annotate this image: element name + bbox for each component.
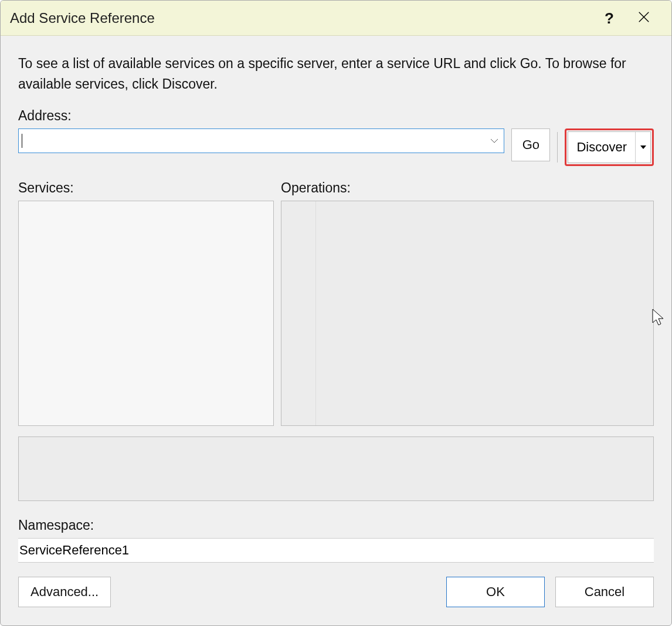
operations-label: Operations:	[281, 180, 654, 196]
text-caret	[22, 134, 22, 148]
address-row: Go Discover	[18, 128, 654, 166]
caret-down-icon	[640, 144, 646, 150]
namespace-input[interactable]	[18, 538, 654, 563]
address-combobox[interactable]	[18, 128, 504, 153]
add-service-reference-dialog: Add Service Reference ? To see a list of…	[0, 0, 672, 626]
address-label: Address:	[18, 108, 654, 124]
address-input[interactable]	[23, 134, 485, 148]
status-panel	[18, 436, 654, 501]
operations-listbox[interactable]	[281, 201, 654, 426]
discover-button-label[interactable]: Discover	[568, 132, 635, 163]
ok-button[interactable]: OK	[446, 577, 545, 607]
discover-highlight: Discover	[565, 128, 654, 166]
title-bar-controls: ?	[605, 11, 662, 26]
lists-labels-row: Services: Operations:	[18, 180, 654, 201]
help-button[interactable]: ?	[605, 11, 614, 26]
go-button[interactable]: Go	[511, 128, 550, 161]
close-icon	[637, 11, 650, 23]
lists-row	[18, 201, 654, 426]
cancel-button[interactable]: Cancel	[555, 577, 654, 607]
close-button[interactable]	[637, 11, 650, 26]
advanced-button[interactable]: Advanced...	[18, 577, 111, 607]
chevron-down-icon[interactable]	[490, 136, 499, 145]
discover-dropdown[interactable]	[635, 132, 650, 163]
namespace-label: Namespace:	[18, 517, 654, 533]
dialog-body: To see a list of available services on a…	[1, 36, 671, 625]
services-label: Services:	[18, 180, 274, 196]
title-bar: Add Service Reference ?	[1, 1, 671, 36]
dialog-footer: Advanced... OK Cancel	[18, 577, 654, 607]
services-listbox[interactable]	[18, 201, 274, 426]
dialog-title: Add Service Reference	[10, 10, 605, 26]
intro-text: To see a list of available services on a…	[18, 53, 654, 94]
discover-split-button[interactable]: Discover	[568, 131, 651, 163]
svg-marker-2	[640, 145, 646, 149]
vertical-divider	[557, 132, 558, 163]
